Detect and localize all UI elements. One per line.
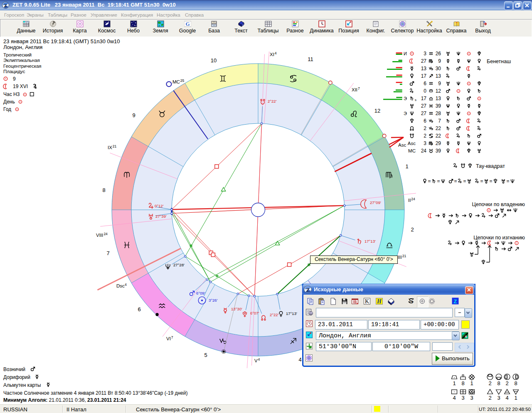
svg-text:2: 2 xyxy=(424,125,426,131)
svg-text:=: = xyxy=(463,178,466,184)
svg-text:Z: Z xyxy=(306,287,310,293)
svg-text:27: 27 xyxy=(421,103,427,109)
svg-text:K: K xyxy=(365,298,369,305)
svg-text:7: 7 xyxy=(358,86,360,91)
svg-text:И: И xyxy=(404,51,407,56)
svg-text:27°09': 27°09' xyxy=(370,200,381,205)
svg-text:1: 1 xyxy=(470,380,473,386)
svg-text:III: III xyxy=(398,255,402,260)
svg-text:11: 11 xyxy=(308,56,313,62)
svg-text:8: 8 xyxy=(102,187,105,193)
svg-text:Год: Год xyxy=(3,106,11,112)
svg-text:MC: MC xyxy=(408,148,416,153)
svg-text:V: V xyxy=(254,358,258,363)
svg-text:4: 4 xyxy=(453,395,456,401)
svg-text:Э: Э xyxy=(404,111,407,116)
svg-text:0°12': 0°12' xyxy=(155,204,164,208)
svg-text:s: s xyxy=(415,98,416,102)
svg-text:13: 13 xyxy=(436,96,441,101)
svg-text:9: 9 xyxy=(438,81,441,86)
svg-text:Asc: Asc xyxy=(398,143,406,148)
svg-text:13°30': 13°30' xyxy=(231,307,242,311)
svg-text:17°13': 17°13' xyxy=(365,239,376,243)
svg-text:2: 2 xyxy=(424,133,426,139)
svg-text:9: 9 xyxy=(13,76,16,82)
svg-text:XI: XI xyxy=(270,52,274,57)
svg-text:Возничий: Возничий xyxy=(3,366,25,372)
svg-text:2°22': 2°22' xyxy=(268,99,277,103)
svg-text:7: 7 xyxy=(171,335,173,339)
svg-text:Dsc: Dsc xyxy=(116,283,125,288)
svg-text:IX: IX xyxy=(108,145,112,150)
svg-text:XII: XII xyxy=(352,87,357,92)
svg-text:9: 9 xyxy=(132,112,135,118)
svg-text:=: = xyxy=(454,178,457,184)
svg-text:24: 24 xyxy=(103,232,108,236)
svg-text:4: 4 xyxy=(258,357,260,361)
svg-text:5: 5 xyxy=(204,352,207,358)
svg-text:22: 22 xyxy=(436,125,441,131)
svg-text:VI: VI xyxy=(166,336,171,341)
svg-text:29: 29 xyxy=(436,140,441,146)
svg-text:12: 12 xyxy=(374,108,380,114)
svg-text:Геоцентрическая: Геоцентрическая xyxy=(3,64,42,69)
svg-text:0: 0 xyxy=(424,88,426,94)
svg-text:6: 6 xyxy=(424,81,426,86)
svg-text:День: День xyxy=(3,99,15,105)
svg-text:3: 3 xyxy=(424,140,426,146)
svg-text:=: = xyxy=(480,178,483,184)
svg-text:H: H xyxy=(377,298,382,305)
svg-text:Z: Z xyxy=(454,298,457,305)
svg-text:Бенетнаш: Бенетнаш xyxy=(487,59,511,64)
svg-text:Минимум Алголя: 21.01.2011 0:: Минимум Алголя: 21.01.2011 0:36, 23.01.2… xyxy=(3,397,126,403)
svg-text:8: 8 xyxy=(514,380,517,386)
svg-text:27: 27 xyxy=(421,58,427,64)
svg-text:MC: MC xyxy=(172,79,180,84)
svg-text:27°39': 27°39' xyxy=(155,214,167,219)
svg-text:26: 26 xyxy=(436,51,441,57)
svg-text:24: 24 xyxy=(411,197,415,201)
svg-text:21: 21 xyxy=(113,144,117,148)
svg-text:=: = xyxy=(506,178,509,184)
svg-text:22: 22 xyxy=(436,133,441,139)
svg-text:6°07': 6°07' xyxy=(250,311,259,315)
svg-text:Asc: Asc xyxy=(408,141,416,146)
svg-text:4: 4 xyxy=(275,51,277,55)
svg-text:17: 17 xyxy=(421,96,427,101)
svg-text:Эклиптикальная: Эклиптикальная xyxy=(3,58,40,63)
svg-text:3: 3 xyxy=(497,395,500,401)
svg-text:6: 6 xyxy=(424,118,426,124)
svg-text:II: II xyxy=(408,198,411,203)
svg-text:9: 9 xyxy=(438,58,441,64)
svg-text:27: 27 xyxy=(421,111,427,116)
svg-text:28: 28 xyxy=(436,111,441,116)
svg-text:2: 2 xyxy=(488,380,491,386)
svg-text:3: 3 xyxy=(424,51,426,57)
svg-text:=: = xyxy=(437,178,440,184)
svg-text:Плацидус: Плацидус xyxy=(3,69,25,74)
svg-text:Тау-квадрат: Тау-квадрат xyxy=(476,163,505,169)
svg-text:10: 10 xyxy=(211,57,217,64)
svg-text:3°26': 3°26' xyxy=(209,298,218,302)
svg-text:7: 7 xyxy=(438,118,441,124)
svg-text:8: 8 xyxy=(497,380,500,386)
svg-text:Дорифорий: Дорифорий xyxy=(3,374,30,380)
svg-text:12: 12 xyxy=(436,88,441,94)
svg-text:1: 1 xyxy=(405,163,408,170)
svg-text:4: 4 xyxy=(298,356,301,363)
svg-text:21: 21 xyxy=(402,254,406,258)
svg-text:Лондон, Англия: Лондон, Англия xyxy=(3,44,42,50)
svg-text:39: 39 xyxy=(436,148,441,154)
svg-text:Цепочки по изгнанию: Цепочки по изгнанию xyxy=(473,235,525,241)
svg-text:=: = xyxy=(489,178,492,184)
svg-text:VIII: VIII xyxy=(96,233,103,238)
svg-text:17: 17 xyxy=(421,73,427,79)
svg-text:3: 3 xyxy=(461,395,464,401)
svg-text:7: 7 xyxy=(106,250,109,256)
svg-text:2: 2 xyxy=(505,380,508,386)
svg-text:Тропический: Тропический xyxy=(3,52,32,57)
svg-text:1: 1 xyxy=(453,380,456,386)
svg-text:24: 24 xyxy=(421,148,427,154)
svg-text:17°13': 17°13' xyxy=(286,311,297,316)
svg-text:2°22': 2°22' xyxy=(270,312,279,317)
